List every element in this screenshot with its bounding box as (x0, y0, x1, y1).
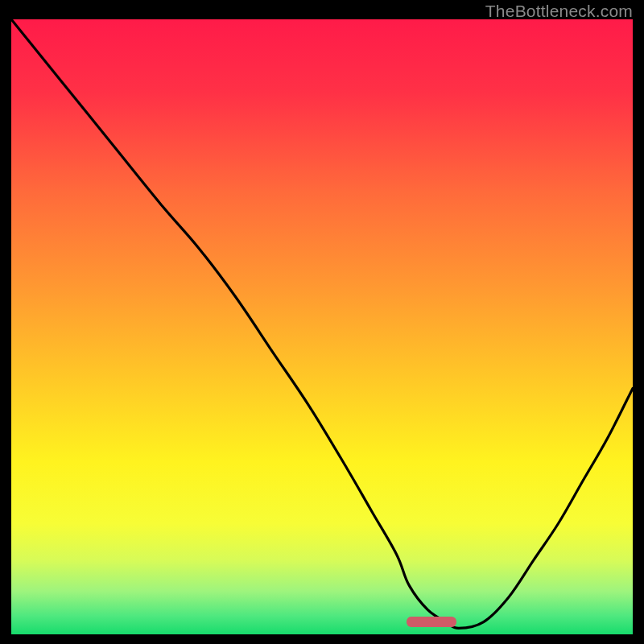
watermark-text: TheBottleneck.com (485, 2, 633, 21)
chart-frame (11, 19, 633, 634)
plot-area (11, 19, 633, 634)
bottleneck-curve (11, 19, 633, 634)
optimal-range-marker (407, 617, 456, 627)
